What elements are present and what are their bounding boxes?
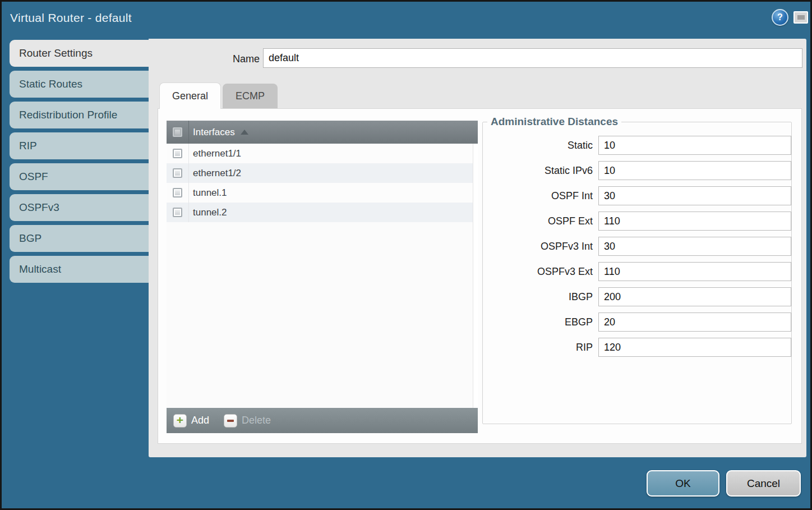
field-row: OSPF Ext <box>483 212 791 231</box>
sidebar-item-ospfv3[interactable]: OSPFv3 <box>10 194 149 221</box>
table-row[interactable]: tunnel.2 <box>167 203 473 222</box>
ebgp-input[interactable] <box>598 313 791 332</box>
router-settings-panel: Name General ECMP Interfaces <box>149 39 806 457</box>
ospfv3-int-label: OSPFv3 Int <box>483 241 598 252</box>
plus-glyph: + <box>177 414 183 426</box>
ospf-int-label: OSPF Int <box>483 190 598 202</box>
administrative-distances-legend: Administrative Distances <box>487 116 621 128</box>
administrative-distances-fieldset: Administrative Distances Static Static I… <box>482 116 792 424</box>
table-row[interactable]: ethernet1/2 <box>167 163 473 183</box>
field-row: IBGP <box>483 287 791 306</box>
cancel-button[interactable]: Cancel <box>726 470 801 497</box>
sidebar-item-router-settings[interactable]: Router Settings <box>10 40 151 67</box>
virtual-router-dialog: Virtual Router - default ? Router Settin… <box>0 0 812 510</box>
add-button[interactable]: + Add <box>173 414 209 428</box>
sidebar-item-ospf[interactable]: OSPF <box>10 163 149 190</box>
name-label: Name <box>209 53 260 65</box>
interface-name: tunnel.1 <box>193 187 227 199</box>
rip-label: RIP <box>483 342 598 353</box>
sidebar-item-static-routes[interactable]: Static Routes <box>10 71 149 98</box>
static-ipv6-label: Static IPv6 <box>483 165 598 177</box>
static-label: Static <box>483 140 598 151</box>
delete-button-label: Delete <box>242 415 271 426</box>
minus-glyph <box>227 420 234 422</box>
row-checkbox-cell <box>167 163 189 183</box>
ospfv3-int-input[interactable] <box>598 237 791 256</box>
help-icon[interactable]: ? <box>772 9 788 26</box>
field-row: EBGP <box>483 313 791 332</box>
help-glyph: ? <box>777 12 783 22</box>
row-checkbox-cell <box>167 144 189 163</box>
general-tab-content: Interfaces ethernet1/1 ethernet <box>158 108 802 444</box>
field-row: Static IPv6 <box>483 161 791 180</box>
name-input[interactable] <box>263 48 802 68</box>
ibgp-input[interactable] <box>598 287 791 306</box>
header-checkbox-cell <box>167 121 189 144</box>
row-checkbox-cell <box>167 203 189 222</box>
field-row: RIP <box>483 338 791 357</box>
interfaces-table-header: Interfaces <box>167 121 478 144</box>
select-all-checkbox[interactable] <box>173 127 182 137</box>
field-row: Static <box>483 136 791 155</box>
row-checkbox-cell <box>167 183 189 203</box>
plus-icon: + <box>173 414 187 428</box>
row-checkbox[interactable] <box>173 168 182 178</box>
interface-name: tunnel.2 <box>193 207 227 218</box>
sidebar-item-multicast[interactable]: Multicast <box>10 256 149 283</box>
interface-name: ethernet1/1 <box>193 148 241 159</box>
interface-name: ethernet1/2 <box>193 168 241 179</box>
ospf-ext-label: OSPF Ext <box>483 215 598 227</box>
add-button-label: Add <box>191 415 209 426</box>
field-row: OSPF Int <box>483 186 791 205</box>
rip-input[interactable] <box>598 338 791 357</box>
static-input[interactable] <box>598 136 791 155</box>
row-checkbox[interactable] <box>173 188 182 197</box>
interfaces-table: Interfaces ethernet1/1 ethernet <box>167 121 478 433</box>
window-restore-icon[interactable] <box>793 11 808 24</box>
field-row: OSPFv3 Ext <box>483 262 791 281</box>
window-glyph <box>797 15 805 20</box>
ok-button[interactable]: OK <box>647 470 719 497</box>
field-row: OSPFv3 Int <box>483 237 791 256</box>
ospf-int-input[interactable] <box>598 186 791 205</box>
sort-ascending-icon <box>241 130 248 135</box>
table-row[interactable]: ethernet1/1 <box>167 144 473 163</box>
sidebar-item-redistribution-profile[interactable]: Redistribution Profile <box>10 102 149 128</box>
row-checkbox[interactable] <box>173 149 182 158</box>
table-row[interactable]: tunnel.1 <box>167 183 473 203</box>
interfaces-column-header[interactable]: Interfaces <box>193 127 235 138</box>
tab-ecmp[interactable]: ECMP <box>223 84 278 109</box>
static-ipv6-input[interactable] <box>598 161 791 180</box>
row-checkbox[interactable] <box>173 208 182 217</box>
table-scrollbar[interactable] <box>473 144 478 408</box>
ospfv3-ext-input[interactable] <box>598 262 791 281</box>
sidebar-item-bgp[interactable]: BGP <box>10 225 149 252</box>
tab-general[interactable]: General <box>159 82 221 109</box>
interfaces-table-footer: + Add Delete <box>167 408 478 433</box>
ibgp-label: IBGP <box>483 291 598 303</box>
delete-button[interactable]: Delete <box>224 414 271 428</box>
minus-icon <box>224 414 237 428</box>
ospf-ext-input[interactable] <box>598 212 791 231</box>
ospfv3-ext-label: OSPFv3 Ext <box>483 266 598 278</box>
dialog-title: Virtual Router - default <box>10 11 132 25</box>
sidebar: Router Settings Static Routes Redistribu… <box>10 40 152 287</box>
ebgp-label: EBGP <box>483 316 598 328</box>
sidebar-item-rip[interactable]: RIP <box>10 132 149 159</box>
interfaces-table-body: ethernet1/1 ethernet1/2 tunnel.1 <box>167 144 473 222</box>
